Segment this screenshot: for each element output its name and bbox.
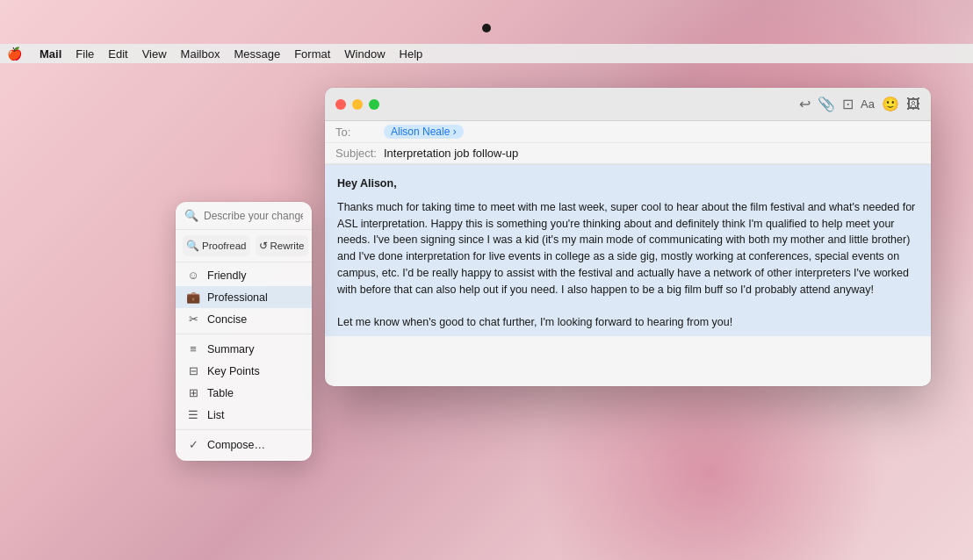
key-points-icon: ⊟ <box>186 364 200 377</box>
wt-divider-1 <box>176 334 312 334</box>
wt-tone-menu: ☺ Friendly 💼 Professional ✂ Concise <box>176 262 312 332</box>
emoji-icon[interactable]: 🙂 <box>882 96 899 112</box>
menubar-view[interactable]: View <box>142 47 167 61</box>
minimize-button[interactable] <box>352 99 363 110</box>
wt-item-friendly[interactable]: ☺ Friendly <box>176 264 312 286</box>
window-toolbar: ↩ 📎 ⊡ Aa 🙂 🖼 <box>386 96 920 112</box>
table-icon: ⊞ <box>186 386 200 399</box>
wt-item-table[interactable]: ⊞ Table <box>176 382 312 404</box>
subject-field-row: Subject: Interpretation job follow-up <box>325 143 931 164</box>
rewrite-button[interactable]: ↺ Rewrite <box>256 235 308 256</box>
professional-icon: 💼 <box>186 291 200 304</box>
summary-icon: ≡ <box>186 342 200 355</box>
attachment-icon[interactable]: 📎 <box>818 96 835 112</box>
rewrite-label: Rewrite <box>270 241 305 251</box>
window-icon[interactable]: ⊡ <box>842 96 854 112</box>
rewrite-icon: ↺ <box>259 240 268 252</box>
to-field-row: To: Alison Neale › <box>325 121 931 143</box>
email-body[interactable]: Hey Alison, Thanks much for taking time … <box>325 165 931 336</box>
friendly-label: Friendly <box>207 269 246 282</box>
menubar-window[interactable]: Window <box>344 47 385 61</box>
email-paragraph-1: Thanks much for taking time to meet with… <box>337 199 919 298</box>
webcam <box>482 24 491 32</box>
photo-icon[interactable]: 🖼 <box>906 97 920 112</box>
wt-item-concise[interactable]: ✂ Concise <box>176 308 312 330</box>
concise-icon: ✂ <box>186 312 200 326</box>
back-icon[interactable]: ↩ <box>799 96 811 112</box>
summary-label: Summary <box>207 343 254 355</box>
subject-label: Subject: <box>335 147 384 160</box>
menubar-mailbox[interactable]: Mailbox <box>181 47 220 61</box>
concise-label: Concise <box>207 313 247 326</box>
menubar-file[interactable]: File <box>76 47 94 61</box>
wt-divider-2 <box>176 429 312 430</box>
font-icon: Aa <box>861 97 875 111</box>
proofread-button[interactable]: 🔍 Proofread <box>183 235 250 256</box>
menubar-mail[interactable]: Mail <box>40 47 61 61</box>
list-icon: ☰ <box>186 408 200 421</box>
to-label: To: <box>335 126 384 139</box>
compose-window: ↩ 📎 ⊡ Aa 🙂 🖼 To: Alison Neale › Subject:… <box>325 88 931 386</box>
writing-tools-search-bar[interactable]: 🔍 <box>176 202 312 230</box>
traffic-lights <box>335 99 379 110</box>
close-button[interactable] <box>335 99 346 110</box>
recipient-chip[interactable]: Alison Neale › <box>384 125 464 139</box>
menubar-message[interactable]: Message <box>234 47 280 61</box>
wt-item-compose[interactable]: ✓ Compose… <box>176 434 312 456</box>
menubar-edit[interactable]: Edit <box>108 47 127 61</box>
proofread-icon: 🔍 <box>186 240 199 252</box>
macbook-background: 🍎 Mail File Edit View Mailbox Message Fo… <box>0 0 973 560</box>
writing-tools-search-icon: 🔍 <box>184 209 198 222</box>
font-btn[interactable]: Aa <box>861 97 875 111</box>
compose-check-icon: ✓ <box>186 438 200 451</box>
table-label: Table <box>207 387 234 399</box>
menubar-format[interactable]: Format <box>294 47 330 61</box>
writing-tools-search-input[interactable] <box>204 210 303 222</box>
wt-item-summary[interactable]: ≡ Summary <box>176 338 312 360</box>
wt-item-key-points[interactable]: ⊟ Key Points <box>176 360 312 382</box>
email-paragraph-2: Let me know when's good to chat further,… <box>337 314 919 331</box>
writing-tools-popup: 🔍 🔍 Proofread ↺ Rewrite ☺ Friendly 💼 Pro… <box>176 202 312 461</box>
subject-value[interactable]: Interpretation job follow-up <box>384 147 518 160</box>
menubar-help[interactable]: Help <box>400 47 423 61</box>
maximize-button[interactable] <box>369 99 379 110</box>
compose-label: Compose… <box>207 439 265 451</box>
email-fields: To: Alison Neale › Subject: Interpretati… <box>325 121 931 165</box>
professional-label: Professional <box>207 291 268 304</box>
key-points-label: Key Points <box>207 365 260 377</box>
wt-action-buttons: 🔍 Proofread ↺ Rewrite <box>176 230 312 262</box>
wt-item-professional[interactable]: 💼 Professional <box>176 286 312 308</box>
email-greeting: Hey Alison, <box>337 176 919 192</box>
wt-format-menu: ≡ Summary ⊟ Key Points ⊞ Table ☰ List <box>176 336 312 427</box>
wt-compose-menu: ✓ Compose… <box>176 432 312 457</box>
friendly-icon: ☺ <box>186 269 200 282</box>
apple-menu-icon[interactable]: 🍎 <box>7 47 22 61</box>
window-chrome: ↩ 📎 ⊡ Aa 🙂 🖼 <box>325 88 931 121</box>
proofread-label: Proofread <box>202 241 247 251</box>
list-label: List <box>207 409 224 421</box>
wt-item-list[interactable]: ☰ List <box>176 404 312 426</box>
menubar: 🍎 Mail File Edit View Mailbox Message Fo… <box>0 44 973 63</box>
